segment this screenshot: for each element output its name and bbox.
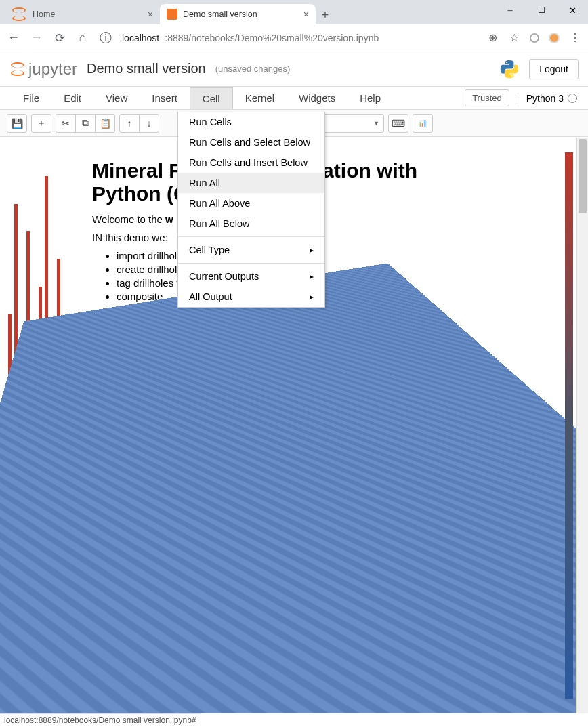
jupyter-logo-icon bbox=[9, 61, 26, 77]
paste-button[interactable]: 📋 bbox=[95, 114, 115, 133]
move-down-button[interactable]: ↓ bbox=[139, 114, 159, 133]
menu-item-current-outputs[interactable]: Current Outputs bbox=[178, 266, 324, 287]
jupyter-header: jupyter Demo small version (unsaved chan… bbox=[0, 51, 588, 87]
cell-menu-dropdown: Run CellsRun Cells and Select BelowRun C… bbox=[177, 112, 325, 308]
vertical-scrollbar[interactable] bbox=[576, 138, 588, 713]
cut-button[interactable]: ✂ bbox=[56, 114, 76, 133]
user-profile-icon[interactable] bbox=[549, 33, 560, 43]
viz-grid bbox=[371, 373, 489, 465]
address-bar: ← → ⟳ ⌂ ⓘ localhost:8889/notebooks/Demo%… bbox=[0, 24, 588, 51]
notebook-title[interactable]: Demo small version bbox=[87, 61, 206, 77]
browser-tab-demo[interactable]: Demo small version × bbox=[160, 4, 316, 24]
new-tab-button[interactable]: + bbox=[316, 5, 335, 24]
nav-forward-button[interactable]: → bbox=[30, 31, 43, 45]
extension-icon[interactable] bbox=[530, 33, 539, 43]
menu-widgets[interactable]: Widgets bbox=[287, 87, 348, 109]
notebook-favicon-icon bbox=[167, 9, 177, 20]
colorbar-icon bbox=[565, 152, 573, 699]
save-status: (unsaved changes) bbox=[215, 64, 291, 74]
nav-home-button[interactable]: ⌂ bbox=[76, 31, 89, 45]
menu-separator bbox=[178, 236, 324, 237]
menu-item-all-output[interactable]: All Output bbox=[178, 287, 324, 307]
add-cell-button[interactable]: ＋ bbox=[31, 114, 51, 133]
chart-button[interactable]: 📊 bbox=[413, 114, 433, 133]
menu-item-run-all-below[interactable]: Run All Below bbox=[178, 213, 324, 234]
url-host: localhost bbox=[122, 33, 159, 43]
menu-view[interactable]: View bbox=[93, 87, 140, 109]
jupyter-logo-text: jupyter bbox=[28, 60, 77, 79]
visualization-row: ⇨ ⇨ bbox=[115, 367, 489, 470]
window-maximize-button[interactable] bbox=[526, 0, 557, 20]
nav-reload-button[interactable]: ⟳ bbox=[53, 31, 66, 45]
menu-help[interactable]: Help bbox=[348, 87, 393, 109]
command-palette-button[interactable]: ⌨ bbox=[388, 114, 408, 133]
url-input[interactable]: localhost:8889/notebooks/Demo%20small%20… bbox=[122, 33, 477, 43]
menu-file[interactable]: File bbox=[11, 87, 51, 109]
tab-title: Home bbox=[33, 9, 142, 19]
zoom-icon[interactable]: ⊕ bbox=[486, 32, 499, 44]
tab-title: Demo small version bbox=[183, 9, 298, 19]
kernel-indicator[interactable]: Python 3 bbox=[518, 93, 577, 104]
jupyter-logo[interactable]: jupyter bbox=[9, 60, 77, 79]
browser-menu-icon[interactable]: ⋮ bbox=[569, 32, 581, 44]
menu-kernel[interactable]: Kernel bbox=[233, 87, 287, 109]
cell-type-select[interactable]: n bbox=[316, 114, 384, 133]
close-tab-icon[interactable]: × bbox=[303, 9, 309, 20]
status-bar: localhost:8889/notebooks/Demo small vers… bbox=[0, 713, 201, 727]
window-close-button[interactable] bbox=[557, 0, 588, 20]
menu-edit[interactable]: Edit bbox=[51, 87, 93, 109]
menu-cell[interactable]: Cell bbox=[190, 87, 233, 109]
menu-item-run-all-above[interactable]: Run All Above bbox=[178, 193, 324, 213]
move-up-button[interactable]: ↑ bbox=[119, 114, 140, 133]
menu-item-run-cells-and-insert-below[interactable]: Run Cells and Insert Below bbox=[178, 152, 324, 173]
menu-insert[interactable]: Insert bbox=[140, 87, 190, 109]
kernel-status-icon bbox=[568, 94, 577, 103]
save-button[interactable]: 💾 bbox=[7, 114, 27, 133]
menu-separator bbox=[178, 263, 324, 264]
menu-item-run-cells-and-select-below[interactable]: Run Cells and Select Below bbox=[178, 132, 324, 152]
copy-button[interactable]: ⧉ bbox=[75, 114, 96, 133]
jupyter-favicon-icon bbox=[11, 6, 27, 22]
bookmark-icon[interactable]: ☆ bbox=[508, 32, 520, 44]
scrollbar-thumb[interactable] bbox=[579, 139, 587, 213]
close-tab-icon[interactable]: × bbox=[148, 9, 153, 20]
menu-item-run-cells[interactable]: Run Cells bbox=[178, 112, 324, 132]
window-minimize-button[interactable] bbox=[495, 0, 526, 20]
browser-tab-home[interactable]: Home × bbox=[4, 4, 160, 24]
menubar: FileEditViewInsertCellKernelWidgetsHelp … bbox=[0, 87, 588, 110]
logout-button[interactable]: Logout bbox=[529, 59, 579, 79]
kernel-name: Python 3 bbox=[526, 93, 564, 104]
trusted-button[interactable]: Trusted bbox=[465, 89, 509, 106]
site-info-icon[interactable]: ⓘ bbox=[99, 31, 112, 45]
menu-item-cell-type[interactable]: Cell Type bbox=[178, 240, 324, 260]
python-logo-icon bbox=[499, 59, 520, 79]
url-path: :8889/notebooks/Demo%20small%20version.i… bbox=[165, 33, 379, 43]
menu-item-run-all[interactable]: Run All bbox=[178, 173, 324, 193]
nav-back-button[interactable]: ← bbox=[7, 31, 20, 45]
